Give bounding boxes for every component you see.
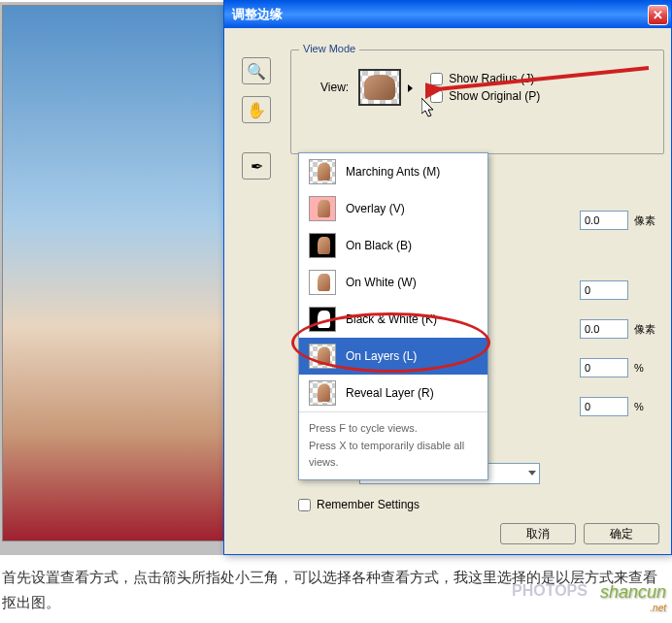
dropdown-item-on-black[interactable]: On Black (B) [299,227,487,264]
view-mode-legend: View Mode [299,43,359,54]
refine-edge-dialog: 调整边缘 ✕ 🔍 ✋ ✒ View Mode View: [223,0,672,555]
view-label: View: [320,81,349,94]
watermark: shancun .net [600,582,666,613]
dialog-titlebar[interactable]: 调整边缘 ✕ [224,1,671,28]
thumb-icon [309,344,336,369]
contrast-input[interactable] [580,358,628,377]
thumb-icon [309,233,336,258]
shift-edge-input[interactable] [580,397,628,416]
show-original-checkbox[interactable] [430,90,443,103]
view-thumbnail-dropdown[interactable] [358,69,401,106]
image-placeholder [3,6,234,541]
watermark-suffix: .net [600,603,666,613]
dropdown-item-reveal-layer[interactable]: Reveal Layer (R) [299,375,487,411]
magnifier-icon: 🔍 [247,62,266,81]
radius-input[interactable] [580,211,628,230]
dropdown-item-label: On Black (B) [346,239,412,252]
remember-settings-checkbox[interactable] [298,499,311,511]
dropdown-footer: Press F to cycle views. Press X to tempo… [299,411,487,479]
dropdown-item-label: Overlay (V) [346,202,405,215]
show-radius-checkbox[interactable] [430,73,443,85]
remember-settings-label: Remember Settings [317,498,420,511]
dropdown-item-label: Black & White (K) [346,312,437,326]
dialog-body: 🔍 ✋ ✒ View Mode View: Show Radius (J) [224,28,671,554]
hand-icon: ✋ [247,101,266,119]
dropdown-item-overlay[interactable]: Overlay (V) [299,190,487,227]
right-fields: 像素 像素 % % [580,211,659,416]
dropdown-item-marching-ants[interactable]: Marching Ants (M) [299,153,487,190]
watermark-text: shancun [600,582,666,602]
thumbnail-preview [364,75,395,100]
footer-line1: Press F to cycle views. [309,420,478,438]
thumb-icon [309,380,336,406]
unit-label: % [634,362,659,374]
smooth-input[interactable] [580,280,628,300]
hand-tool[interactable]: ✋ [242,96,271,123]
dropdown-item-black-white[interactable]: Black & White (K) [299,301,487,338]
dialog-buttons: 取消 确定 [500,523,659,544]
thumb-icon [309,307,336,332]
brush-icon: ✒ [251,157,263,176]
unit-label: 像素 [634,322,659,337]
dropdown-item-label: On Layers (L) [346,349,417,363]
dropdown-item-label: On White (W) [346,276,417,289]
tool-column: 🔍 ✋ ✒ [242,57,271,180]
dropdown-item-label: Marching Ants (M) [346,165,440,179]
refine-brush-tool[interactable]: ✒ [242,152,271,180]
ok-button[interactable]: 确定 [584,523,659,544]
document-image [2,5,235,541]
unit-label: 像素 [634,213,659,228]
close-button[interactable]: ✕ [648,5,668,25]
close-icon: ✕ [653,8,663,22]
view-mode-fieldset: View Mode View: Show Radius (J) Show Ori… [290,49,664,154]
thumb-icon [309,159,336,184]
show-radius-label: Show Radius (J) [449,72,534,85]
show-original-label: Show Original (P) [449,89,540,103]
unit-label: % [634,401,659,412]
dialog-title: 调整边缘 [232,6,283,23]
thumb-icon [309,196,336,221]
footer-line2: Press X to temporarily disable all views… [309,438,478,472]
cancel-button[interactable]: 取消 [500,523,576,544]
dropdown-item-on-layers[interactable]: On Layers (L) [299,338,487,375]
dropdown-item-on-white[interactable]: On White (W) [299,264,487,301]
remember-row: Remember Settings [298,498,420,511]
feather-input[interactable] [580,319,628,339]
zoom-tool[interactable]: 🔍 [242,57,271,84]
watermark-bg: PHOTOPS [512,582,609,604]
canvas-area [0,2,238,555]
view-mode-dropdown-panel: Marching Ants (M) Overlay (V) On Black (… [298,152,488,480]
dropdown-item-label: Reveal Layer (R) [346,386,434,400]
thumb-icon [309,270,336,295]
